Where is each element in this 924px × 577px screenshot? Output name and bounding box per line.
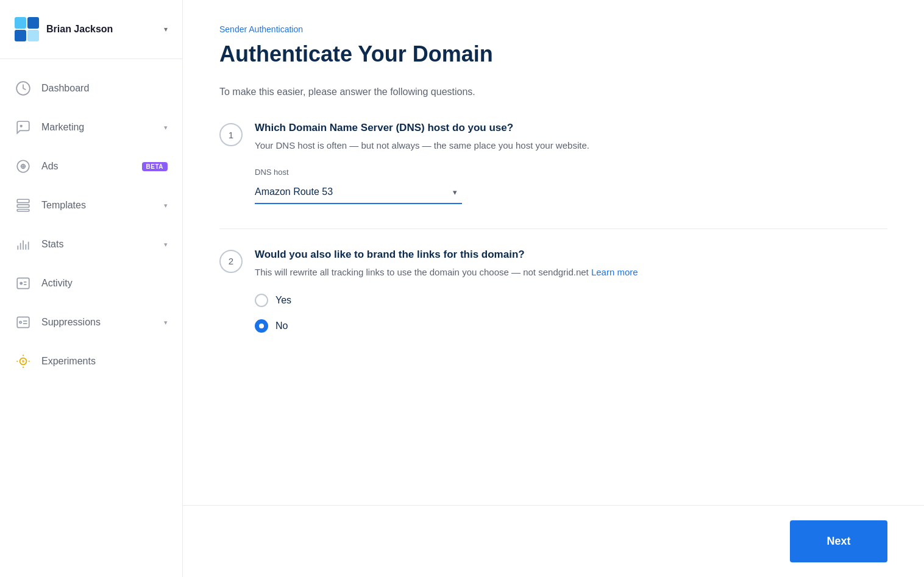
svg-rect-9 — [17, 205, 29, 207]
section-divider — [219, 228, 887, 229]
stats-label: Stats — [41, 239, 154, 250]
suppressions-icon — [15, 314, 32, 331]
svg-point-12 — [20, 282, 22, 284]
svg-rect-1 — [27, 17, 39, 29]
main-footer: Next — [183, 505, 924, 577]
radio-yes[interactable]: Yes — [255, 294, 887, 307]
page-title: Authenticate Your Domain — [219, 41, 887, 67]
svg-point-14 — [20, 321, 21, 323]
learn-more-link[interactable]: Learn more — [591, 267, 638, 277]
activity-label: Activity — [41, 278, 168, 289]
dashboard-icon — [15, 80, 32, 97]
svg-rect-3 — [27, 30, 39, 41]
svg-point-16 — [22, 360, 24, 363]
sidebar-header[interactable]: Brian Jackson ▾ — [0, 0, 182, 59]
templates-label: Templates — [41, 200, 154, 211]
brand-logo — [15, 17, 39, 41]
sidebar-item-templates[interactable]: Templates ▾ — [0, 186, 182, 225]
marketing-label: Marketing — [41, 122, 154, 133]
sidebar-item-experiments[interactable]: Experiments — [0, 342, 182, 381]
marketing-chevron-icon: ▾ — [164, 124, 168, 132]
question-2-desc-text: This will rewrite all tracking links to … — [255, 267, 589, 277]
ads-beta-badge: BETA — [142, 162, 168, 171]
sidebar-item-activity[interactable]: Activity — [0, 264, 182, 303]
question-1-title: Which Domain Name Server (DNS) host do y… — [255, 122, 887, 134]
question-2-desc: This will rewrite all tracking links to … — [255, 266, 887, 280]
dashboard-label: Dashboard — [41, 83, 168, 94]
stats-icon — [15, 236, 32, 253]
question-2-block: 2 Would you also like to brand the links… — [219, 249, 887, 333]
dns-select-wrapper: Amazon Route 53 Cloudflare GoDaddy Namec… — [255, 180, 462, 204]
svg-rect-2 — [15, 30, 26, 41]
radio-no[interactable]: No — [255, 319, 887, 333]
sidebar-item-suppressions[interactable]: Suppressions ▾ — [0, 303, 182, 342]
suppressions-label: Suppressions — [41, 317, 154, 328]
question-2-title: Would you also like to brand the links f… — [255, 249, 887, 261]
dns-host-select[interactable]: Amazon Route 53 Cloudflare GoDaddy Namec… — [255, 180, 462, 204]
svg-rect-11 — [17, 278, 29, 288]
question-1-desc: Your DNS host is often — but not always … — [255, 139, 887, 153]
question-2-number: 2 — [219, 250, 243, 273]
question-1-content: Which Domain Name Server (DNS) host do y… — [255, 122, 887, 204]
radio-no-label: No — [275, 320, 288, 331]
experiments-label: Experiments — [41, 356, 168, 367]
main-content: Sender Authentication Authenticate Your … — [183, 0, 924, 505]
sidebar-nav: Dashboard Marketing ▾ Ads — [0, 59, 182, 577]
radio-no-circle — [255, 319, 268, 333]
sidebar-item-dashboard[interactable]: Dashboard — [0, 69, 182, 108]
radio-yes-circle — [255, 294, 268, 307]
suppressions-chevron-icon: ▾ — [164, 319, 168, 327]
sidebar: Brian Jackson ▾ Dashboard Marketing — [0, 0, 183, 577]
main-content-area: Sender Authentication Authenticate Your … — [183, 0, 924, 577]
brand-links-radio-group: Yes No — [255, 294, 887, 333]
svg-point-5 — [20, 126, 22, 127]
svg-rect-0 — [15, 17, 26, 29]
radio-yes-label: Yes — [275, 295, 291, 306]
next-button[interactable]: Next — [790, 520, 887, 562]
sidebar-item-marketing[interactable]: Marketing ▾ — [0, 108, 182, 147]
templates-icon — [15, 197, 32, 214]
templates-chevron-icon: ▾ — [164, 202, 168, 210]
activity-icon — [15, 275, 32, 292]
question-1-block: 1 Which Domain Name Server (DNS) host do… — [219, 122, 887, 204]
question-1-number: 1 — [219, 123, 243, 146]
sidebar-item-stats[interactable]: Stats ▾ — [0, 225, 182, 264]
experiments-icon — [15, 353, 32, 370]
sidebar-item-ads[interactable]: Ads BETA — [0, 147, 182, 186]
ads-icon — [15, 158, 32, 175]
ads-label: Ads — [41, 161, 130, 172]
svg-rect-10 — [17, 210, 29, 211]
svg-rect-8 — [17, 199, 29, 202]
account-chevron-icon: ▾ — [164, 25, 168, 34]
page-subtitle: To make this easier, please answer the f… — [219, 87, 887, 97]
question-2-content: Would you also like to brand the links f… — [255, 249, 887, 333]
dns-field-label: DNS host — [255, 168, 887, 177]
svg-rect-13 — [17, 317, 29, 327]
breadcrumb: Sender Authentication — [219, 24, 887, 34]
stats-chevron-icon: ▾ — [164, 241, 168, 249]
marketing-icon — [15, 119, 32, 136]
username-label: Brian Jackson — [46, 24, 157, 35]
